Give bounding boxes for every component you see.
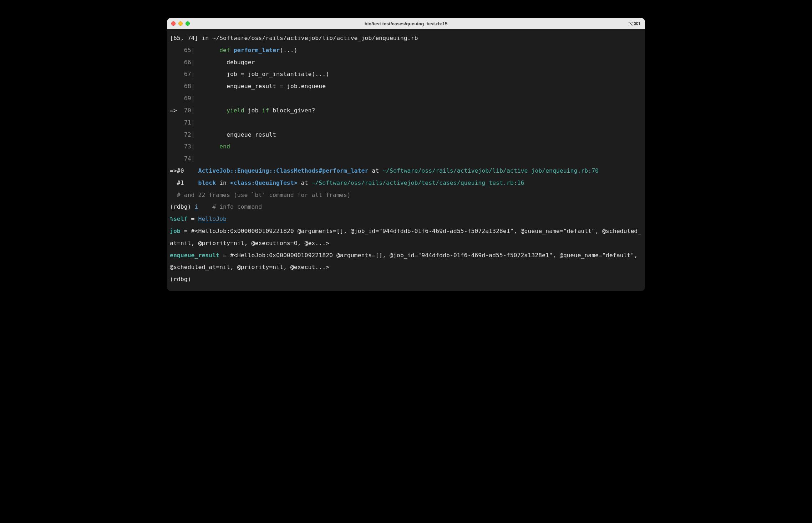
line-no: 71 [184, 119, 191, 126]
var-job: job = #<HelloJob:0x0000000109221820 @arg… [170, 225, 642, 249]
line-no: 67 [184, 71, 191, 77]
frames-more: # and 22 frames (use `bt' command for al… [170, 189, 642, 201]
var-self: %self = HelloJob [170, 213, 642, 225]
line-no: 72 [184, 131, 191, 138]
terminal-window: bin/test test/cases/queuing_test.rb:15 ⌥… [167, 18, 645, 291]
close-icon[interactable] [171, 21, 176, 26]
code-line-current: => 70| yield job if block_given? [170, 105, 642, 117]
keyword-if: if [262, 107, 269, 114]
keyword-yield: yield [227, 107, 244, 114]
window-shortcut: ⌥⌘1 [628, 21, 641, 26]
rdbg-command: i [195, 203, 198, 210]
code-line: 67| job = job_or_instantiate(...) [170, 68, 642, 80]
code-line: 71| [170, 117, 642, 129]
frame-0: =>#0 ActiveJob::Enqueuing::ClassMethods#… [170, 165, 642, 177]
frame-1: #1 block in <class:QueuingTest> at ~/Sof… [170, 177, 642, 189]
line-no: 65 [184, 47, 191, 54]
terminal-body[interactable]: [65, 74] in ~/Software/oss/rails/activej… [167, 29, 645, 291]
line-no: 66 [184, 59, 191, 66]
self-value: HelloJob [198, 215, 226, 222]
code-line: 68| enqueue_result = job.enqueue [170, 80, 642, 92]
window-title: bin/test test/cases/queuing_test.rb:15 [167, 21, 645, 26]
maximize-icon[interactable] [186, 21, 190, 26]
frame-location: ~/Software/oss/rails/activejob/lib/activ… [382, 167, 599, 174]
code-line: 65| def perform_later(...) [170, 44, 642, 56]
method-name: perform_later [234, 47, 280, 54]
line-no: 74 [184, 155, 191, 162]
line-no: 68 [184, 83, 191, 90]
keyword-def: def [219, 47, 230, 54]
frame-method: ActiveJob::Enqueuing::ClassMethods#perfo… [198, 167, 369, 174]
rdbg-prompt[interactable]: (rdbg) [170, 273, 642, 285]
line-no: 69 [184, 95, 191, 102]
source-range: [65, 74] in ~/Software/oss/rails/activej… [170, 32, 642, 44]
code-line: 74| [170, 153, 642, 165]
code-line: 69| [170, 92, 642, 105]
var-enqueue-result: enqueue_result = #<HelloJob:0x0000000109… [170, 249, 642, 274]
traffic-lights [171, 21, 190, 26]
minimize-icon[interactable] [178, 21, 183, 26]
rdbg-prompt-line[interactable]: (rdbg) i # info command [170, 201, 642, 213]
title-bar: bin/test test/cases/queuing_test.rb:15 ⌥… [167, 18, 645, 29]
line-no: 70 [184, 107, 191, 114]
line-no: 73 [184, 143, 191, 150]
code-line: 73| end [170, 141, 642, 153]
frame-location: ~/Software/oss/rails/activejob/test/case… [311, 179, 524, 186]
rdbg-comment: # info command [198, 203, 262, 210]
keyword-end: end [219, 143, 230, 150]
code-line: 66| debugger [170, 56, 642, 68]
code-line: 72| enqueue_result [170, 129, 642, 141]
